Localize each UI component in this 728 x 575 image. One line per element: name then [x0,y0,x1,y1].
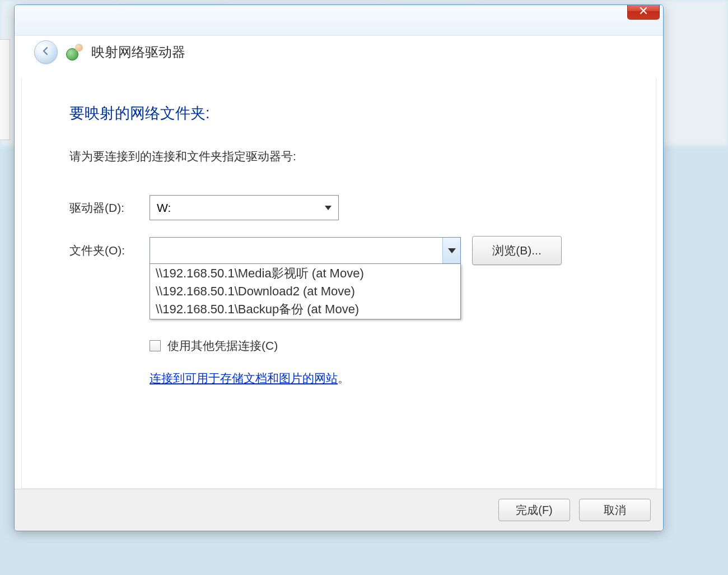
drive-row: 驱动器(D): W: [69,195,608,220]
link-period: 。 [338,372,349,384]
dialog-title: 映射网络驱动器 [91,43,185,61]
dialog-content: 要映射的网络文件夹: 请为要连接到的连接和文件夹指定驱动器号: 驱动器(D): … [21,78,656,489]
network-drive-icon [66,44,83,61]
drive-value: W: [157,201,171,215]
credentials-checkbox-row: 使用其他凭据连接(C) [150,338,608,354]
drive-select[interactable]: W: [150,195,339,220]
browse-button[interactable]: 浏览(B)... [472,236,562,265]
dropdown-item[interactable]: \\192.168.50.1\Backup备份 (at Move) [150,300,460,319]
folder-row: 文件夹(O): \\192.168.50.1\Media影视听 (at Move… [69,236,608,265]
folder-input[interactable] [150,238,442,263]
connect-website-row: 连接到可用于存储文档和图片的网站。 [150,370,608,386]
dropdown-item[interactable]: \\192.168.50.1\Download2 (at Move) [150,283,460,300]
cancel-button[interactable]: 取消 [579,499,651,521]
content-instruction: 请为要连接到的连接和文件夹指定驱动器号: [69,149,608,164]
back-button[interactable] [34,40,58,64]
close-icon [640,7,647,17]
folder-label: 文件夹(O): [69,243,150,258]
credentials-checkbox-label: 使用其他凭据连接(C) [167,338,278,354]
map-network-drive-dialog: 映射网络驱动器 要映射的网络文件夹: 请为要连接到的连接和文件夹指定驱动器号: … [14,4,664,531]
drive-label: 驱动器(D): [69,200,150,216]
folder-combobox[interactable] [150,237,461,264]
chevron-down-icon [325,206,332,210]
finish-button[interactable]: 完成(F) [498,499,570,521]
folder-dropdown-list: \\192.168.50.1\Media影视听 (at Move) \\192.… [150,263,461,319]
wizard-header: 映射网络驱动器 [34,40,185,64]
dialog-footer: 完成(F) 取消 [15,489,663,531]
content-heading: 要映射的网络文件夹: [69,103,608,123]
credentials-checkbox[interactable] [150,340,161,351]
connect-website-link[interactable]: 连接到可用于存储文档和图片的网站 [150,372,338,384]
folder-dropdown-button[interactable] [442,238,460,263]
chevron-down-icon [448,248,456,253]
titlebar [15,5,663,36]
dropdown-item[interactable]: \\192.168.50.1\Media影视听 (at Move) [150,264,460,283]
close-button[interactable] [627,4,660,20]
arrow-left-icon [40,45,52,59]
background-edge [0,39,10,140]
